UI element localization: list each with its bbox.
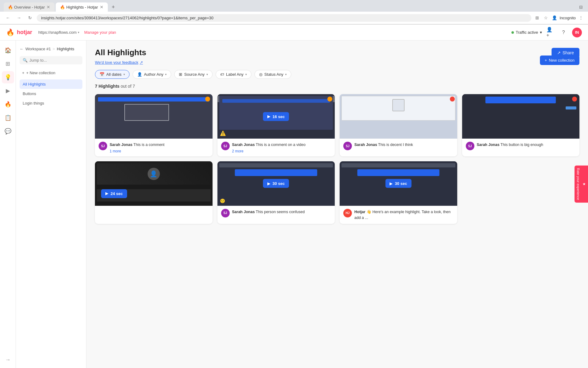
content-wrapper: 🏠 ⊞ 💡 ▶ 🔥 📋 💬 → ← Workspace #1 > Highlig… [0, 40, 588, 368]
filter-date-label: All dates [106, 72, 122, 77]
new-collection-plus-icon: + [22, 71, 24, 75]
site-url-text: https://snapflows.com [38, 30, 77, 35]
card-thumb-3 [340, 94, 457, 139]
highlight-card-7[interactable]: ▶ 30 sec HJ Hotjar 👋 Here's an example h… [340, 161, 457, 224]
tab-favicon-2: 🔥 [60, 5, 64, 9]
profile-icon[interactable]: 👤 [551, 14, 558, 21]
nav-surveys-icon[interactable]: 📋 [2, 112, 14, 124]
filter-author-button[interactable]: 👤 Author Any ▾ [133, 70, 172, 79]
tab-close-2[interactable]: ✕ [100, 5, 104, 10]
new-collection-button[interactable]: + New collection [540, 56, 579, 65]
author-avatar-7: HJ [343, 209, 352, 217]
sidebar-item-all-highlights-label: All Highlights [23, 82, 46, 86]
hotjar-logo-text: hotjar [17, 29, 32, 36]
forward-button[interactable]: → [15, 13, 23, 22]
play-button-5[interactable]: ▶ 24 sec [101, 189, 127, 198]
filter-label-button[interactable]: 🏷 Label Any ▾ [216, 70, 251, 79]
rate-experience-label: Rate your experience [576, 168, 580, 200]
incognito-badge[interactable]: Incognito [560, 16, 576, 20]
sidebar-item-all-highlights[interactable]: All Highlights [20, 79, 82, 89]
card-info-5 [95, 206, 213, 220]
filter-status-icon: ◎ [259, 72, 262, 77]
tab-favicon-1: 🔥 [8, 5, 12, 9]
tab-label-1: Overview - Hotjar [14, 5, 45, 10]
user-avatar[interactable]: IN [572, 28, 582, 37]
nav-grid-icon[interactable]: ⊞ [2, 58, 14, 70]
sidebar-new-collection-button[interactable]: + + New collection [20, 69, 82, 77]
card-comment-6: Sarah Jonas This person seems confused [232, 210, 305, 214]
reload-button[interactable]: ↻ [26, 13, 34, 22]
tab-close-1[interactable]: ✕ [47, 5, 50, 10]
tab-bar: 🔥 Overview - Hotjar ✕ 🔥 Highlights - Hot… [0, 0, 588, 12]
rate-experience-sidebar[interactable]: ★ Rate your experience [575, 166, 588, 203]
filter-source-label: Source Any [184, 72, 205, 77]
card-author-row-2: SJ Sarah Jonas This is a comment on a vi… [221, 142, 331, 153]
card-more-1[interactable]: 1 more [110, 149, 164, 153]
nav-recordings-icon[interactable]: ▶ [2, 85, 14, 97]
filter-source-button[interactable]: ⊞ Source Any ▾ [174, 70, 213, 79]
card-thumb-7: ▶ 30 sec [340, 161, 457, 206]
nav-home-icon[interactable]: 🏠 [2, 44, 14, 56]
highlight-card-5[interactable]: 👤 ▶ 24 sec [95, 161, 213, 224]
traffic-status[interactable]: Traffic active ▾ [511, 30, 542, 35]
breadcrumb-back-arrow[interactable]: ← [20, 47, 24, 51]
sidebar-item-login-things[interactable]: Login things [20, 98, 82, 108]
card-comment-2: Sarah Jonas This is a comment on a video [232, 143, 306, 147]
filter-date-button[interactable]: 📅 All dates ▾ [95, 70, 130, 79]
highlight-card-3[interactable]: SJ Sarah Jonas This is decent I think [340, 94, 457, 156]
traffic-dot [511, 31, 514, 34]
address-input[interactable] [37, 14, 531, 22]
author-avatar-6: SJ [221, 209, 230, 217]
highlight-card-2[interactable]: ▶ 16 sec ⚠️ SJ Sarah Jonas This is a com… [217, 94, 335, 156]
help-icon[interactable]: ? [559, 28, 568, 37]
cast-icon[interactable]: ⊞ [534, 14, 541, 21]
nav-highlights-icon[interactable]: 💡 [2, 71, 14, 83]
tab-highlights[interactable]: 🔥 Highlights - Hotjar ✕ [56, 2, 107, 12]
browser-chrome: 🔥 Overview - Hotjar ✕ 🔥 Highlights - Hot… [0, 0, 588, 25]
minimize-icon[interactable]: ⊟ [578, 4, 584, 10]
manage-plan-link[interactable]: Manage your plan [84, 30, 116, 35]
tab-overview[interactable]: 🔥 Overview - Hotjar ✕ [4, 2, 55, 12]
highlight-card-4[interactable]: SJ Sarah Jonas This button is big enough [462, 94, 580, 156]
new-tab-button[interactable]: + [109, 3, 118, 11]
site-url[interactable]: https://snapflows.com ▾ [38, 30, 79, 35]
highlight-card-1[interactable]: SJ Sarah Jonas This is a comment 1 more [95, 94, 213, 156]
left-nav: 🏠 ⊞ 💡 ▶ 🔥 📋 💬 → [0, 40, 16, 368]
card-thumb-6: ▶ 30 sec 🙂 [217, 161, 335, 206]
new-collection-plus-icon-main: + [545, 58, 547, 63]
app-wrapper: 🔥 hotjar https://snapflows.com ▾ Manage … [0, 25, 588, 368]
address-actions: ⊞ ☆ 👤 Incognito ⋮ [534, 14, 584, 21]
card-info-4: SJ Sarah Jonas This button is big enough [462, 139, 580, 153]
play-button-7[interactable]: ▶ 30 sec [385, 179, 411, 188]
star-icon[interactable]: ☆ [542, 14, 549, 21]
card-text-4: Sarah Jonas This button is big enough [477, 142, 543, 148]
filter-status-button[interactable]: ◎ Status Any ▾ [254, 70, 291, 79]
nav-feedback-icon[interactable]: 💬 [2, 125, 14, 137]
card-author-row-4: SJ Sarah Jonas This button is big enough [466, 142, 576, 150]
highlight-card-6[interactable]: ▶ 30 sec 🙂 SJ Sarah Jonas This person se… [217, 161, 335, 224]
play-duration-2: 16 sec [273, 114, 285, 119]
back-button[interactable]: ← [4, 13, 12, 22]
nav-collapse-icon[interactable]: → [2, 354, 14, 366]
card-more-2[interactable]: 2 more [232, 149, 306, 153]
hotjar-logo: 🔥 hotjar [6, 29, 32, 36]
play-button-6[interactable]: ▶ 30 sec [263, 179, 289, 188]
sidebar-item-buttons[interactable]: Buttons [20, 89, 82, 98]
search-input[interactable] [29, 58, 79, 63]
card-info-6: SJ Sarah Jonas This person seems confuse… [217, 206, 335, 220]
author-avatar-1: SJ [99, 142, 107, 150]
menu-icon[interactable]: ⋮ [578, 14, 584, 21]
breadcrumb-workspace[interactable]: Workspace #1 [25, 47, 51, 51]
second-sidebar: ← Workspace #1 > Highlights 🔍 + + New co… [16, 40, 86, 368]
address-bar: ← → ↻ ⊞ ☆ 👤 Incognito ⋮ [0, 12, 588, 24]
share-icon: ↗ [557, 50, 561, 55]
card-author-row-7: HJ Hotjar 👋 Here's an example highlight.… [343, 209, 454, 221]
card-comment-7: Hotjar 👋 Here's an example highlight. Ta… [354, 210, 450, 220]
add-user-icon[interactable]: 👤+ [546, 28, 555, 37]
feedback-link-text: We'd love your feedback [95, 60, 138, 65]
sidebar-item-buttons-label: Buttons [23, 91, 36, 96]
search-icon: 🔍 [23, 58, 28, 63]
play-button-2[interactable]: ▶ 16 sec [263, 112, 289, 121]
nav-heatmaps-icon[interactable]: 🔥 [2, 98, 14, 110]
filter-source-chevron: ▾ [206, 73, 208, 76]
